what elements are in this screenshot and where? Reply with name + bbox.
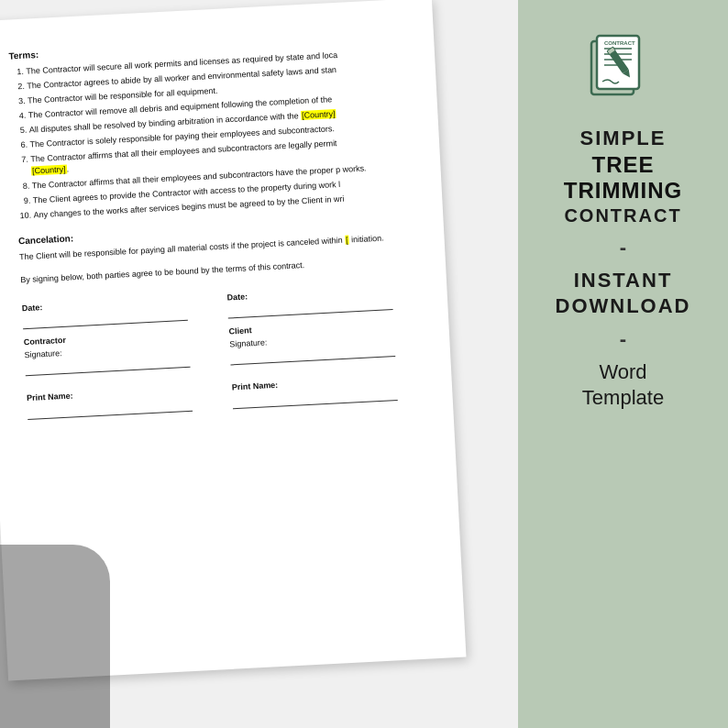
cancelation-section: Cancelation: The Client will be responsi… (18, 213, 412, 263)
title-download: DOWNLOAD (533, 294, 713, 318)
title-simple: SIMPLE (533, 127, 713, 150)
contract-icon-container: CONTRACT (582, 26, 665, 108)
date-label-right: Date: (226, 292, 248, 302)
right-title-block: SIMPLE TREE TRIMMING CONTRACT - INSTANT … (533, 127, 713, 410)
highlight-country-1: [Country] (301, 109, 336, 120)
contractor-col: Contractor Signature: (24, 327, 213, 382)
date-label-left: Date: (22, 303, 43, 313)
highlight-country-2: [Country] (31, 165, 67, 176)
document-preview-panel: Terms: The Contractor will secure all wo… (0, 0, 518, 728)
contract-icon: CONTRACT (584, 28, 662, 106)
date-col-left: Date: (22, 292, 210, 329)
date-col-right: Date: (226, 281, 414, 318)
date-line-right (227, 297, 392, 318)
highlight-cancel: [ (345, 235, 349, 244)
title-contract: CONTRACT (533, 205, 713, 226)
terms-list: The Contractor will secure all work perm… (26, 46, 409, 222)
title-tree-trimming: TREE TRIMMING (533, 152, 713, 204)
title-template: Template (533, 386, 713, 410)
contractor-print-col: Print Name: (27, 382, 215, 425)
title-word: Word (533, 360, 713, 384)
title-dash-1: - (533, 236, 713, 259)
client-print-col: Print Name: (231, 372, 420, 414)
title-dash-2: - (533, 327, 713, 351)
client-col: Client Signature: (228, 316, 417, 371)
right-info-panel: CONTRACT SIMPLE TREE TRIMMING CONTRACT -… (518, 0, 728, 728)
corner-shadow (0, 545, 110, 728)
svg-text:CONTRACT: CONTRACT (604, 40, 635, 46)
date-line-left (22, 308, 187, 329)
print-name-row: Print Name: Print Name: (27, 372, 420, 425)
title-instant: INSTANT (533, 269, 713, 292)
